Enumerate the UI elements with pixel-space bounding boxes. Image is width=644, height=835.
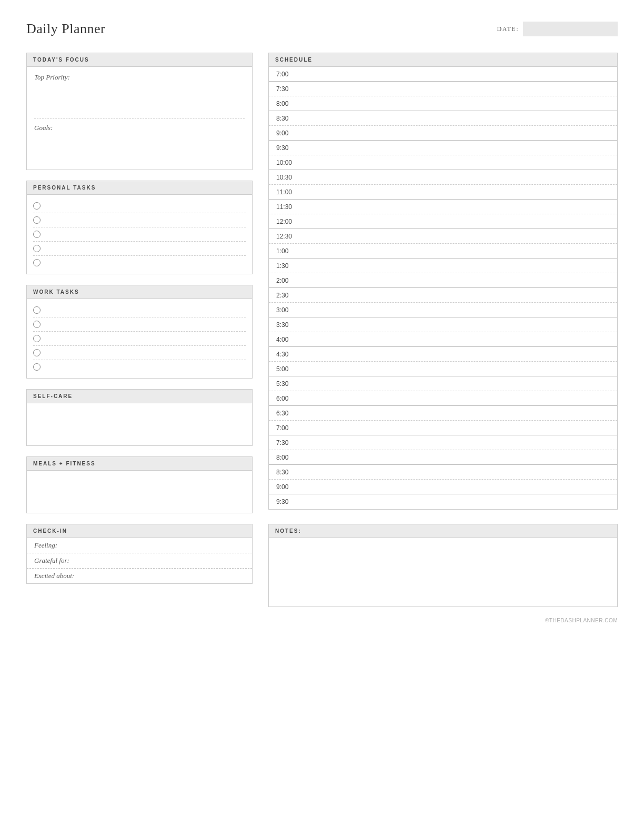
schedule-row[interactable]: 11:00: [269, 185, 617, 200]
schedule-row[interactable]: 3:00: [269, 303, 617, 317]
schedule-list: 7:007:308:008:309:009:3010:0010:3011:001…: [269, 67, 617, 509]
checkin-column: CHECK-IN Feeling: Grateful for: Excited …: [26, 524, 253, 584]
schedule-time-label: 3:30: [276, 321, 300, 329]
task-checkbox[interactable]: [33, 245, 41, 252]
footer-text: ©THEDASHPLANNER.COM: [545, 618, 618, 623]
task-checkbox[interactable]: [33, 216, 41, 224]
schedule-row[interactable]: 9:00: [269, 126, 617, 141]
meals-fitness-header: MEALS + FITNESS: [27, 457, 252, 471]
personal-tasks-section: PERSONAL TASKS: [26, 181, 253, 274]
schedule-time-label: 1:00: [276, 247, 300, 255]
work-task-list: [27, 299, 252, 378]
task-checkbox[interactable]: [33, 349, 41, 356]
schedule-row[interactable]: 8:30: [269, 111, 617, 126]
schedule-time-label: 8:00: [276, 454, 300, 461]
goals-area[interactable]: [34, 134, 245, 163]
personal-task-item[interactable]: [33, 213, 246, 227]
notes-content[interactable]: [269, 538, 617, 607]
checkin-header: CHECK-IN: [27, 524, 252, 538]
schedule-row[interactable]: 9:00: [269, 480, 617, 494]
schedule-time-label: 12:30: [276, 233, 300, 240]
schedule-row[interactable]: 5:30: [269, 376, 617, 391]
personal-task-item[interactable]: [33, 242, 246, 256]
task-checkbox[interactable]: [33, 231, 41, 238]
work-task-item[interactable]: [33, 332, 246, 346]
date-section: DATE:: [497, 22, 618, 36]
schedule-row[interactable]: 10:00: [269, 155, 617, 170]
schedule-row[interactable]: 11:30: [269, 200, 617, 214]
schedule-time-label: 9:30: [276, 498, 300, 505]
schedule-time-label: 8:30: [276, 469, 300, 476]
schedule-row[interactable]: 9:30: [269, 494, 617, 509]
schedule-row[interactable]: 7:30: [269, 435, 617, 450]
schedule-time-label: 11:30: [276, 203, 300, 211]
schedule-row[interactable]: 8:00: [269, 96, 617, 111]
schedule-row[interactable]: 8:00: [269, 450, 617, 465]
self-care-content[interactable]: [27, 403, 252, 445]
schedule-row[interactable]: 2:00: [269, 273, 617, 288]
top-priority-area[interactable]: [34, 84, 245, 113]
schedule-time-label: 6:00: [276, 395, 300, 402]
schedule-time-label: 11:00: [276, 188, 300, 196]
task-checkbox[interactable]: [33, 306, 41, 314]
schedule-row[interactable]: 7:00: [269, 421, 617, 435]
work-task-item[interactable]: [33, 317, 246, 332]
grateful-row[interactable]: Grateful for:: [27, 553, 252, 569]
schedule-time-label: 7:00: [276, 71, 300, 78]
schedule-time-label: 12:00: [276, 218, 300, 225]
schedule-time-label: 9:30: [276, 144, 300, 152]
schedule-time-label: 2:30: [276, 292, 300, 299]
personal-tasks-header: PERSONAL TASKS: [27, 181, 252, 195]
personal-task-item[interactable]: [33, 256, 246, 270]
schedule-row[interactable]: 6:30: [269, 406, 617, 421]
work-task-item[interactable]: [33, 360, 246, 374]
schedule-time-label: 9:00: [276, 130, 300, 137]
meals-fitness-content[interactable]: [27, 471, 252, 513]
work-task-item[interactable]: [33, 303, 246, 317]
task-checkbox[interactable]: [33, 202, 41, 210]
schedule-time-label: 8:00: [276, 100, 300, 107]
schedule-header: SCHEDULE: [269, 53, 617, 67]
schedule-row[interactable]: 10:30: [269, 170, 617, 185]
schedule-row[interactable]: 7:30: [269, 82, 617, 96]
schedule-row[interactable]: 2:30: [269, 288, 617, 303]
schedule-row[interactable]: 1:00: [269, 244, 617, 259]
schedule-row[interactable]: 1:30: [269, 259, 617, 273]
feeling-row[interactable]: Feeling:: [27, 538, 252, 553]
feeling-label: Feeling:: [34, 541, 57, 549]
focus-content: Top Priority: Goals:: [27, 67, 252, 170]
schedule-time-label: 5:30: [276, 380, 300, 387]
page-footer: ©THEDASHPLANNER.COM: [26, 618, 618, 623]
date-label: DATE:: [497, 25, 519, 33]
schedule-section: SCHEDULE 7:007:308:008:309:009:3010:0010…: [268, 53, 618, 510]
focus-section: TODAY'S FOCUS Top Priority: Goals:: [26, 53, 253, 170]
excited-row[interactable]: Excited about:: [27, 569, 252, 583]
schedule-row[interactable]: 12:00: [269, 214, 617, 229]
grateful-label: Grateful for:: [34, 556, 69, 564]
task-checkbox[interactable]: [33, 259, 41, 266]
task-checkbox[interactable]: [33, 321, 41, 328]
schedule-row[interactable]: 8:30: [269, 465, 617, 480]
personal-task-item[interactable]: [33, 227, 246, 242]
personal-task-item[interactable]: [33, 199, 246, 213]
schedule-row[interactable]: 3:30: [269, 317, 617, 332]
task-checkbox[interactable]: [33, 363, 41, 371]
schedule-row[interactable]: 12:30: [269, 229, 617, 244]
schedule-row[interactable]: 6:00: [269, 391, 617, 406]
schedule-time-label: 9:00: [276, 483, 300, 491]
schedule-row[interactable]: 9:30: [269, 141, 617, 155]
schedule-row[interactable]: 7:00: [269, 67, 617, 82]
schedule-row[interactable]: 4:00: [269, 332, 617, 347]
notes-column: NOTES:: [268, 524, 618, 607]
work-task-item[interactable]: [33, 346, 246, 360]
schedule-time-label: 10:30: [276, 174, 300, 181]
task-checkbox[interactable]: [33, 335, 41, 342]
schedule-time-label: 2:00: [276, 277, 300, 284]
notes-header: NOTES:: [269, 524, 617, 538]
schedule-time-label: 7:00: [276, 424, 300, 432]
notes-section: NOTES:: [268, 524, 618, 607]
schedule-row[interactable]: 4:30: [269, 347, 617, 362]
date-input[interactable]: [523, 22, 618, 36]
schedule-row[interactable]: 5:00: [269, 362, 617, 376]
top-priority-label: Top Priority:: [34, 73, 245, 82]
